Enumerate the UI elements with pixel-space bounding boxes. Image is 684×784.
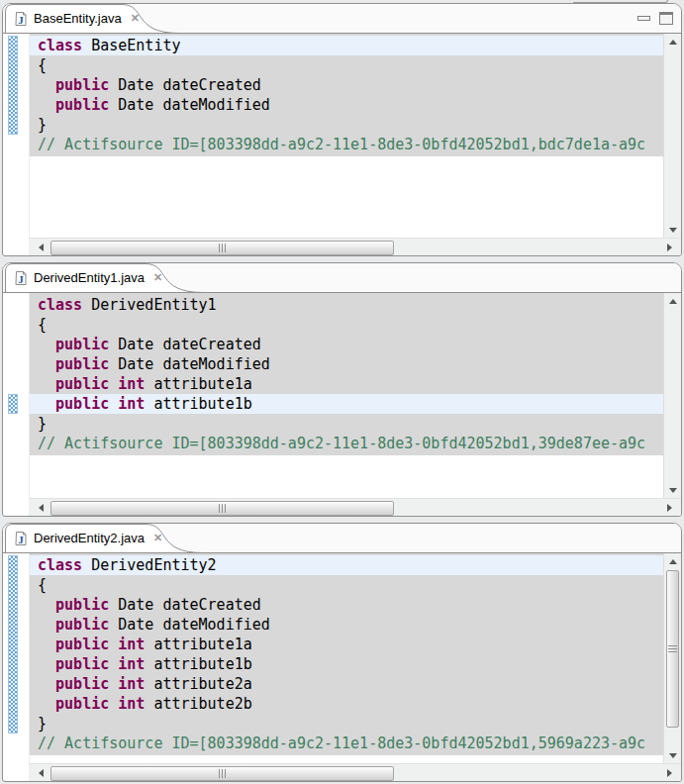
tab-derivedentity2[interactable]: J DerivedEntity2.java ✕ — [13, 524, 162, 552]
tab-title: DerivedEntity1.java — [34, 270, 145, 285]
code-editor-area[interactable]: class DerivedEntity1{ public Date dateCr… — [29, 293, 663, 498]
code-line: { — [30, 575, 663, 595]
tab-title: BaseEntity.java — [34, 11, 122, 26]
code-line: // Actifsource ID=[803398dd-a9c2-11e1-8d… — [30, 434, 663, 453]
code-line: // Actifsource ID=[803398dd-a9c2-11e1-8d… — [30, 734, 663, 753]
code-line: public int attribute1a — [30, 374, 663, 394]
code-line: class DerivedEntity2 — [30, 555, 663, 575]
editor-content: class DerivedEntity2{ public Date dateCr… — [3, 553, 681, 763]
svg-text:J: J — [18, 533, 24, 544]
code-line: public Date dateModified — [30, 615, 663, 635]
vertical-scroll-thumb[interactable] — [666, 570, 679, 728]
close-icon[interactable]: ✕ — [131, 13, 140, 24]
change-marker[interactable] — [8, 555, 18, 734]
scroll-left-arrow[interactable] — [33, 764, 49, 781]
editor-pane-baseentity: J BaseEntity.java ✕ class BaseEntity{ pu… — [2, 3, 682, 256]
code-line: public int attribute1a — [30, 635, 663, 654]
code-line: } — [30, 115, 663, 135]
tab-baseentity[interactable]: J BaseEntity.java ✕ — [13, 4, 140, 33]
scroll-up-arrow[interactable] — [664, 293, 681, 309]
code-line: public Date dateModified — [30, 354, 663, 374]
scroll-right-arrow[interactable] — [661, 239, 677, 255]
code-editor-area[interactable]: class DerivedEntity2{ public Date dateCr… — [29, 553, 663, 763]
change-marker[interactable] — [8, 36, 18, 135]
editor-pane-derivedentity2: J DerivedEntity2.java ✕ class DerivedEnt… — [2, 523, 682, 782]
code-line: public int attribute2b — [30, 694, 663, 714]
scroll-down-arrow[interactable] — [664, 747, 681, 763]
scroll-right-arrow[interactable] — [661, 499, 677, 516]
code-line: public Date dateModified — [30, 95, 663, 115]
scroll-down-arrow[interactable] — [664, 222, 681, 238]
code-block: class DerivedEntity2{ public Date dateCr… — [30, 553, 663, 755]
scroll-up-arrow[interactable] — [664, 34, 681, 49]
code-block: class DerivedEntity1{ public Date dateCr… — [30, 293, 663, 455]
java-file-icon: J — [13, 11, 29, 27]
horizontal-scrollbar[interactable] — [29, 498, 681, 516]
code-line: public Date dateCreated — [30, 75, 663, 95]
scroll-right-arrow[interactable] — [661, 764, 677, 781]
java-file-icon: J — [13, 531, 29, 546]
scroll-up-arrow[interactable] — [664, 553, 681, 569]
maximize-icon[interactable] — [659, 12, 673, 25]
code-line: public Date dateCreated — [30, 335, 663, 354]
annotation-ruler[interactable] — [3, 293, 29, 498]
code-line: } — [30, 414, 663, 434]
editor-pane-derivedentity1: J DerivedEntity1.java ✕ class DerivedEnt… — [2, 262, 682, 517]
vertical-scrollbar[interactable] — [663, 34, 681, 238]
tab-bar: J BaseEntity.java ✕ — [3, 4, 681, 34]
code-line: public int attribute1b — [30, 394, 663, 414]
code-line: { — [30, 55, 663, 75]
scroll-left-arrow[interactable] — [33, 239, 49, 255]
code-line: { — [30, 315, 663, 335]
close-icon[interactable]: ✕ — [153, 533, 162, 543]
editor-content: class BaseEntity{ public Date dateCreate… — [3, 34, 681, 238]
code-line: class BaseEntity — [30, 36, 663, 55]
code-line: public int attribute1b — [30, 654, 663, 674]
horizontal-scrollbar[interactable] — [29, 238, 681, 255]
editor-content: class DerivedEntity1{ public Date dateCr… — [3, 293, 681, 498]
svg-text:J: J — [18, 13, 24, 25]
change-marker[interactable] — [8, 394, 18, 414]
horizontal-scroll-thumb[interactable] — [50, 501, 394, 516]
tab-derivedentity1[interactable]: J DerivedEntity1.java ✕ — [13, 263, 162, 292]
code-block: class BaseEntity{ public Date dateCreate… — [30, 34, 663, 156]
horizontal-scrollbar[interactable] — [29, 763, 681, 781]
tab-bar: J DerivedEntity1.java ✕ — [3, 263, 681, 293]
horizontal-scroll-thumb[interactable] — [50, 241, 394, 255]
vertical-scrollbar[interactable] — [663, 553, 681, 763]
code-line: // Actifsource ID=[803398dd-a9c2-11e1-8d… — [30, 135, 663, 154]
horizontal-scroll-thumb[interactable] — [50, 766, 394, 781]
svg-text:J: J — [18, 272, 24, 284]
code-line: public int attribute2a — [30, 674, 663, 694]
code-line: class DerivedEntity1 — [30, 295, 663, 315]
tab-bar: J DerivedEntity2.java ✕ — [3, 524, 681, 553]
minimize-icon[interactable] — [637, 16, 650, 21]
code-editor-area[interactable]: class BaseEntity{ public Date dateCreate… — [29, 34, 663, 238]
scroll-left-arrow[interactable] — [33, 499, 49, 516]
tab-title: DerivedEntity2.java — [34, 531, 145, 545]
annotation-ruler[interactable] — [3, 553, 29, 763]
code-line: public Date dateCreated — [30, 595, 663, 615]
java-file-icon: J — [13, 270, 29, 286]
scroll-down-arrow[interactable] — [664, 482, 681, 498]
close-icon[interactable]: ✕ — [153, 272, 162, 283]
annotation-ruler[interactable] — [3, 34, 29, 238]
code-line: } — [30, 714, 663, 734]
vertical-scrollbar[interactable] — [663, 293, 681, 498]
